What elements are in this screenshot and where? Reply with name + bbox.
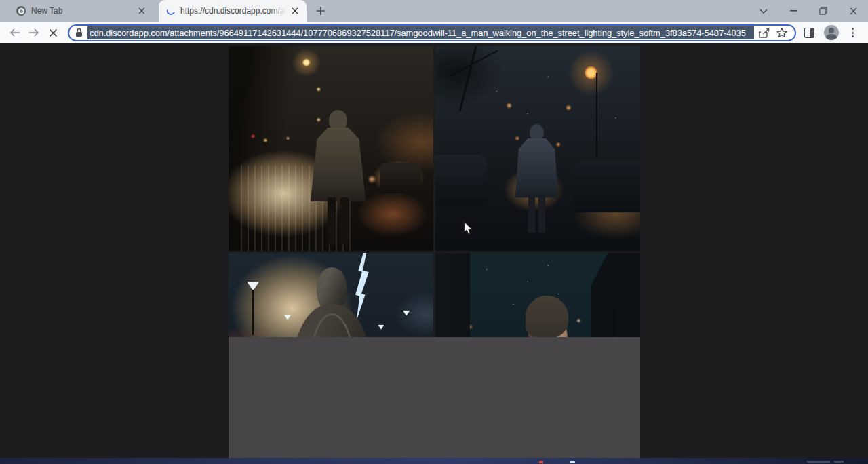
taskbar-trace [834, 461, 844, 463]
taskbar-clock-trace [807, 461, 830, 463]
minimize-button[interactable] [778, 0, 808, 22]
toolbar-right [804, 24, 861, 41]
back-button[interactable] [5, 23, 24, 42]
tab-title: https://cdn.discordapp.com/atta [180, 6, 286, 16]
leg-shape [340, 197, 349, 245]
photo-rainy-street-man [229, 46, 433, 251]
mouse-cursor [464, 221, 473, 235]
tab-strip: New Tab https://cdn.discordapp.com/atta [0, 0, 868, 22]
chrome-logo-icon [16, 6, 26, 16]
share-icon[interactable] [757, 25, 772, 40]
man-silhouette [311, 110, 366, 245]
lamp-post [252, 290, 254, 334]
bookmark-star-icon[interactable] [774, 25, 789, 40]
chevron-down-icon[interactable] [749, 0, 778, 22]
photo-snowy-street-man [435, 46, 640, 251]
discord-attachment-image [229, 46, 640, 458]
coat-shape [311, 128, 366, 202]
close-button[interactable] [838, 0, 868, 22]
tab-new-tab[interactable]: New Tab [7, 0, 155, 22]
title-fade [269, 6, 286, 16]
street-lamp [247, 282, 259, 290]
leg-shape [528, 195, 535, 233]
tree-silhouette [459, 46, 479, 111]
stop-loading-button[interactable] [43, 23, 62, 42]
address-bar[interactable]: cdn.discordapp.com/attachments/966491171… [68, 24, 796, 41]
street-lamp [284, 315, 292, 320]
leg-shape [538, 195, 545, 233]
hair-shape [526, 296, 568, 338]
tab-title: New Tab [31, 6, 133, 16]
tab-close-icon[interactable] [289, 5, 301, 17]
forward-button[interactable] [24, 23, 43, 42]
restore-button[interactable] [808, 0, 838, 22]
tab-close-icon[interactable] [136, 5, 148, 17]
loading-spinner-icon [165, 5, 176, 16]
url-text-selected: cdn.discordapp.com/attachments/966491171… [87, 26, 754, 39]
leg-shape [328, 197, 336, 245]
page-content [0, 43, 868, 458]
menu-kebab-icon[interactable] [844, 24, 861, 41]
side-panel-icon[interactable] [804, 28, 814, 38]
new-tab-button[interactable] [315, 5, 327, 17]
street-lamp [403, 311, 410, 316]
window-controls [749, 0, 868, 22]
parked-car-right [574, 161, 640, 212]
browser-toolbar: cdn.discordapp.com/attachments/966491171… [0, 22, 868, 43]
street-lamp [378, 325, 384, 330]
car-silhouette [380, 163, 420, 193]
lamp-post [596, 73, 597, 159]
man-silhouette [515, 124, 558, 233]
taskbar-icon-blue [570, 461, 575, 463]
parked-car-left [435, 155, 487, 206]
taskbar-edge[interactable] [0, 458, 868, 464]
tab-discord-cdn[interactable]: https://cdn.discordapp.com/atta [159, 0, 307, 22]
profile-avatar[interactable] [824, 25, 839, 40]
browser-window: New Tab https://cdn.discordapp.com/atta [0, 0, 868, 464]
taskbar-icon-red [539, 461, 543, 463]
lock-icon [75, 28, 83, 37]
image-loading-placeholder [229, 337, 640, 458]
coat-shape [515, 138, 558, 198]
